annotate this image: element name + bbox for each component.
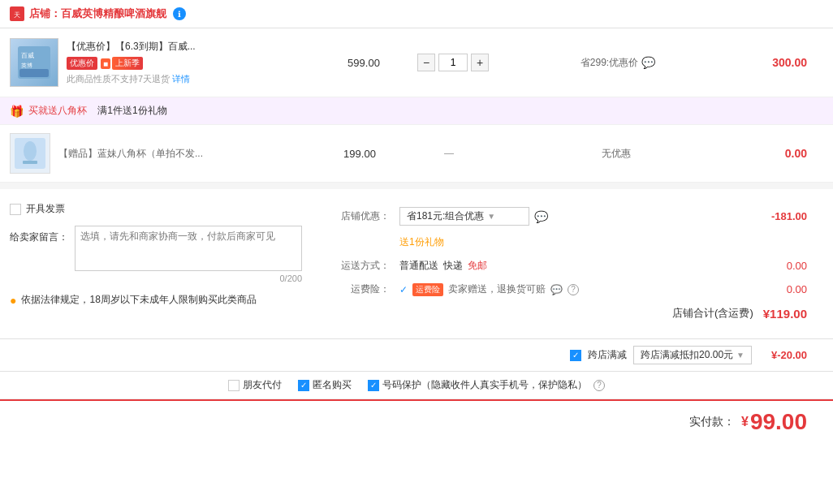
- invoice-label: 开具发票: [26, 202, 65, 216]
- store-discount-gift-row: 送1份礼物: [334, 230, 823, 254]
- shipping-amount: 0.00: [758, 260, 823, 272]
- detail-link[interactable]: 详情: [172, 74, 190, 84]
- shipping-label: 运送方式：: [334, 259, 399, 273]
- discount-chat-icon[interactable]: 💬: [641, 56, 655, 69]
- cross-store-checkbox[interactable]: [570, 350, 581, 361]
- invoice-row: 开具发票: [10, 202, 318, 216]
- friend-pay-option: 朋友代付: [228, 378, 282, 392]
- svg-text:天: 天: [14, 11, 20, 19]
- store-header: 天 店铺：百威英博精酿啤酒旗舰 ℹ: [0, 0, 833, 28]
- svg-text:百威: 百威: [21, 52, 34, 59]
- number-protect-option: 号码保护（隐藏收件人真实手机号，保护隐私） ?: [368, 378, 605, 392]
- product-subtotal: 300.00: [742, 56, 823, 69]
- store-discount-row: 店铺优惠： 省181元:组合优惠 ▼ 💬 -181.00: [334, 202, 823, 230]
- insurance-label: 运费险：: [334, 282, 399, 296]
- age-notice-text: 依据法律规定，18周岁以下未成年人限制购买此类商品: [21, 293, 256, 307]
- store-subtotal-amount: ¥119.00: [763, 307, 823, 321]
- cross-store-row: 跨店满减 跨店满减抵扣20.00元 ▼ ¥-20.00: [0, 339, 833, 372]
- message-count: 0/200: [75, 274, 302, 283]
- product-image: 百威 英博: [10, 38, 58, 87]
- shipping-row: 运送方式： 普通配送 快递 免邮 0.00: [334, 254, 823, 278]
- gift-badge: 送1份礼物: [399, 235, 444, 249]
- gift-product-image: [10, 133, 50, 174]
- number-protect-label: 号码保护（隐藏收件人真实手机号，保护隐私）: [382, 378, 587, 392]
- product-price: 599.00: [315, 57, 412, 69]
- number-protect-help-icon[interactable]: ?: [593, 380, 605, 391]
- final-label: 实付款：: [689, 415, 735, 429]
- anonymous-buy-checkbox[interactable]: [298, 380, 309, 391]
- quantity-increase-button[interactable]: +: [471, 54, 489, 71]
- message-row: 给卖家留言： 0/200: [10, 226, 318, 283]
- quantity-col: − +: [412, 54, 494, 71]
- age-notice: ● 依据法律规定，18周岁以下未成年人限制购买此类商品: [10, 293, 318, 307]
- gift-promo-row: 🎁 买就送八角杯 满1件送1份礼物: [0, 97, 833, 125]
- tag-new: 上新季: [112, 57, 143, 70]
- cross-store-label: 跨店满减: [588, 348, 627, 362]
- store-discount-label: 店铺优惠：: [334, 209, 399, 223]
- shipping-method-normal[interactable]: 普通配送: [399, 259, 438, 273]
- store-discount-select[interactable]: 省181元:组合优惠 ▼: [399, 207, 529, 226]
- shipping-options: 普通配送 快递 免邮: [399, 259, 758, 273]
- friend-pay-label: 朋友代付: [243, 378, 282, 392]
- gift-product-title: 【赠品】蓝妹八角杯（单拍不发...: [58, 147, 311, 161]
- bottom-section: 开具发票 给卖家留言： 0/200 ● 依据法律规定，18周岁以下未成年人限制购…: [0, 189, 833, 339]
- gift-promo-icon: 🎁: [10, 105, 24, 118]
- product-tags: 优惠价 ■ 上新季: [67, 57, 315, 70]
- cross-store-select[interactable]: 跨店满减抵扣20.00元 ▼: [633, 346, 752, 364]
- store-subtotal-label: 店铺合计(含运费): [672, 306, 753, 321]
- insurance-value: ✓ 运费险 卖家赠送，退换货可赔 💬 ?: [399, 282, 758, 296]
- gift-product-subtotal: 0.00: [742, 147, 823, 160]
- insurance-chat-icon[interactable]: 💬: [550, 284, 563, 295]
- insurance-check-icon: ✓: [399, 284, 408, 295]
- info-icon[interactable]: ℹ: [173, 7, 186, 20]
- right-options: 店铺优惠： 省181元:组合优惠 ▼ 💬 -181.00 送1份礼物 运送方式：…: [334, 202, 823, 325]
- store-discount-chat-icon[interactable]: 💬: [534, 210, 548, 223]
- tag-icon1: ■: [101, 58, 110, 69]
- product-title: 【优惠价】【6.3到期】百威...: [67, 40, 315, 54]
- svg-rect-8: [23, 161, 37, 164]
- shipping-method-free: 免邮: [468, 259, 487, 273]
- gift-product-qty: —: [408, 148, 490, 159]
- insurance-badge: 运费险: [412, 283, 443, 296]
- gift-product-price: 199.00: [311, 148, 408, 160]
- no-return-notice: 此商品性质不支持7天退货 详情: [67, 73, 315, 85]
- tag-sale: 优惠价: [67, 57, 97, 70]
- product-img-placeholder: 百威 英博: [11, 39, 58, 86]
- number-protect-checkbox[interactable]: [368, 380, 379, 391]
- gift-promo-text: 买就送八角杯 满1件送1份礼物: [28, 104, 167, 118]
- quantity-decrease-button[interactable]: −: [417, 54, 435, 71]
- store-discount-amount: -181.00: [758, 210, 823, 222]
- insurance-row: 运费险： ✓ 运费险 卖家赠送，退换货可赔 💬 ? 0.00: [334, 278, 823, 301]
- shipping-method-express[interactable]: 快递: [443, 259, 463, 273]
- insurance-amount: 0.00: [758, 283, 823, 295]
- product-discount: 省299:优惠价 💬: [494, 56, 742, 70]
- svg-text:英博: 英博: [21, 62, 32, 68]
- cross-store-amount: ¥-20.00: [758, 349, 823, 361]
- anonymous-buy-option: 匿名购买: [298, 378, 352, 392]
- notice-dot-icon: ●: [10, 294, 16, 307]
- store-icon: 天: [10, 6, 24, 21]
- quantity-input[interactable]: [438, 54, 468, 71]
- gift-product-row: 【赠品】蓝妹八角杯（单拍不发... 199.00 — 无优惠 0.00: [0, 125, 833, 183]
- dropdown-arrow-icon: ▼: [487, 212, 495, 221]
- friend-pay-checkbox[interactable]: [228, 380, 240, 391]
- insurance-text: 卖家赠送，退换货可赔: [448, 282, 546, 296]
- final-currency: ¥: [741, 415, 749, 429]
- store-discount-value: 省181元:组合优惠 ▼ 💬: [399, 207, 758, 226]
- final-payment-row: 实付款： ¥ 99.00: [0, 399, 833, 443]
- final-amount: 99.00: [750, 409, 823, 435]
- cross-select-arrow-icon: ▼: [736, 351, 745, 360]
- store-name[interactable]: 店铺：百威英博精酿啤酒旗舰: [29, 6, 166, 21]
- section-divider: [0, 183, 833, 189]
- product-row: 百威 英博 【优惠价】【6.3到期】百威... 优惠价 ■ 上新季 此商品性质不…: [0, 28, 833, 97]
- store-subtotal-row: 店铺合计(含运费) ¥119.00: [334, 301, 823, 325]
- anonymous-buy-label: 匿名购买: [313, 378, 352, 392]
- message-input-area: 0/200: [75, 226, 302, 283]
- product-info: 【优惠价】【6.3到期】百威... 优惠价 ■ 上新季 此商品性质不支持7天退货…: [67, 40, 315, 85]
- svg-rect-5: [19, 69, 49, 77]
- seller-message-textarea[interactable]: [75, 226, 302, 271]
- left-options: 开具发票 给卖家留言： 0/200 ● 依据法律规定，18周岁以下未成年人限制购…: [10, 202, 318, 325]
- insurance-help-icon[interactable]: ?: [568, 284, 579, 295]
- message-label: 给卖家留言：: [10, 226, 68, 244]
- invoice-checkbox[interactable]: [10, 204, 21, 215]
